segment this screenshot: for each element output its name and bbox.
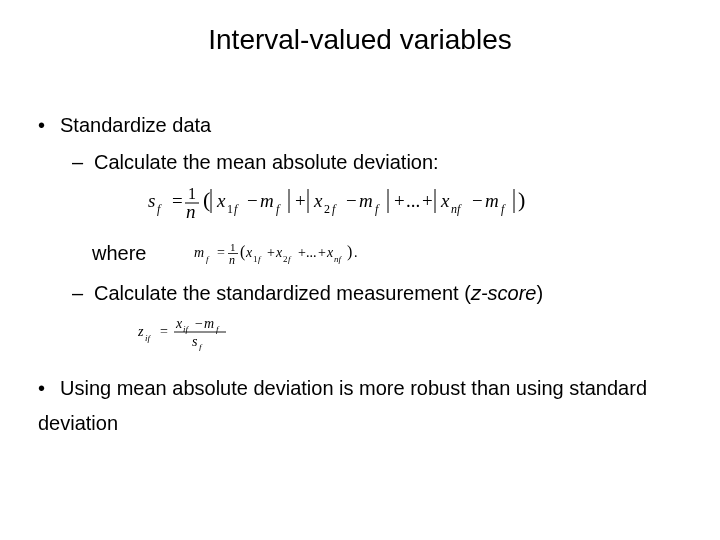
where-line: where m f = 1 n ( x 1 f + x 2 f + (92, 238, 682, 268)
slide-title: Interval-valued variables (0, 24, 720, 56)
slide: Interval-valued variables Standardize da… (0, 24, 720, 540)
svg-text:−: − (195, 316, 203, 331)
svg-text:x: x (275, 245, 283, 260)
svg-text:=: = (172, 190, 183, 211)
svg-text:1: 1 (188, 185, 196, 202)
bullet-zscore: Calculate the standardized measurement (… (72, 282, 682, 305)
svg-text:−: − (472, 190, 483, 211)
svg-text:nf: nf (334, 254, 343, 264)
svg-text:if: if (145, 333, 152, 343)
svg-text:f: f (258, 254, 262, 264)
svg-text:f: f (216, 324, 220, 334)
svg-text:=: = (160, 324, 168, 339)
formula-mean: m f = 1 n ( x 1 f + x 2 f + ... + (194, 238, 384, 268)
svg-text:m: m (359, 190, 373, 211)
svg-text:.: . (354, 245, 358, 260)
bullet-mad: Calculate the mean absolute deviation: (72, 151, 682, 174)
svg-text:n: n (229, 253, 235, 267)
svg-text:x: x (216, 190, 226, 211)
svg-text:+: + (394, 190, 405, 211)
svg-text:if: if (183, 324, 190, 334)
svg-text:f: f (501, 202, 506, 216)
bullet-text: Calculate the mean absolute deviation: (94, 151, 439, 173)
where-word: where (92, 242, 146, 265)
svg-text:s: s (192, 334, 198, 349)
bullet-text: Using mean absolute deviation is more ro… (38, 377, 647, 434)
bullet-text: Standardize data (60, 114, 211, 136)
svg-text:1: 1 (227, 202, 233, 216)
bullet-text-em: z-score (471, 282, 537, 304)
svg-text:−: − (247, 190, 258, 211)
svg-text:m: m (485, 190, 499, 211)
svg-text:...: ... (406, 190, 420, 211)
svg-text:x: x (175, 316, 183, 331)
bullet-text-post: ) (536, 282, 543, 304)
svg-text:m: m (204, 316, 214, 331)
svg-text:−: − (346, 190, 357, 211)
svg-text:+: + (298, 245, 306, 260)
svg-text:...: ... (306, 245, 317, 260)
svg-text:s: s (148, 190, 155, 211)
svg-text:): ) (347, 243, 352, 261)
svg-text:2: 2 (324, 202, 330, 216)
svg-text:z: z (138, 324, 144, 339)
formula-zscore: z if = x if − m f s f (138, 313, 258, 351)
svg-text:=: = (217, 245, 225, 260)
svg-text:+: + (422, 190, 433, 211)
svg-text:f: f (199, 342, 203, 351)
svg-text:f: f (276, 202, 281, 216)
svg-text:n: n (186, 201, 196, 222)
svg-text:f: f (375, 202, 380, 216)
svg-text:x: x (440, 190, 450, 211)
svg-text:f: f (234, 202, 239, 216)
svg-text:m: m (194, 245, 204, 260)
svg-text:(: ( (203, 187, 210, 212)
svg-text:nf: nf (451, 202, 462, 216)
slide-body: Standardize data Calculate the mean abso… (0, 114, 720, 441)
bullet-robust: Using mean absolute deviation is more ro… (38, 371, 682, 441)
svg-text:x: x (245, 245, 253, 260)
svg-text:m: m (260, 190, 274, 211)
svg-text:f: f (288, 254, 292, 264)
svg-text:): ) (518, 187, 525, 212)
svg-text:f: f (332, 202, 337, 216)
svg-text:+: + (295, 190, 306, 211)
bullet-standardize: Standardize data (38, 114, 682, 137)
svg-text:x: x (326, 245, 334, 260)
svg-text:x: x (313, 190, 323, 211)
svg-text:1: 1 (230, 241, 236, 253)
svg-text:+: + (267, 245, 275, 260)
formula-mad: s f = 1 n ( x 1 f − m f + (148, 182, 682, 222)
formula-zscore-row: z if = x if − m f s f (138, 313, 682, 351)
svg-text:1: 1 (253, 254, 258, 264)
svg-text:2: 2 (283, 254, 288, 264)
formula-svg: s f = 1 n ( x 1 f − m f + (148, 182, 578, 222)
svg-text:(: ( (240, 243, 245, 261)
bullet-text-pre: Calculate the standardized measurement ( (94, 282, 471, 304)
svg-text:f: f (206, 254, 210, 264)
svg-text:f: f (157, 202, 162, 216)
svg-text:+: + (318, 245, 326, 260)
